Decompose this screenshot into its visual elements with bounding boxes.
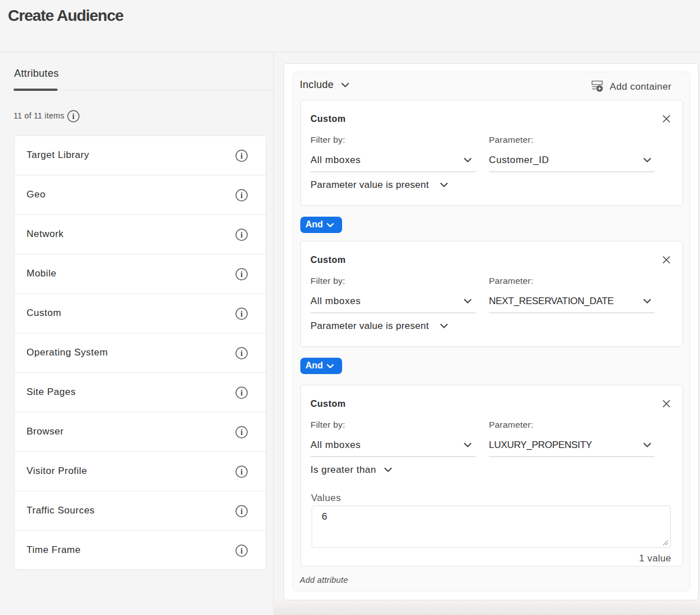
svg-text:i: i bbox=[240, 231, 243, 239]
svg-text:i: i bbox=[240, 389, 243, 397]
svg-text:i: i bbox=[240, 310, 243, 318]
svg-text:i: i bbox=[240, 507, 243, 516]
svg-text:i: i bbox=[240, 547, 243, 555]
svg-text:i: i bbox=[240, 349, 243, 358]
svg-text:i: i bbox=[240, 270, 243, 279]
svg-text:i: i bbox=[240, 191, 243, 200]
svg-text:i: i bbox=[240, 152, 243, 160]
svg-text:i: i bbox=[72, 112, 75, 121]
svg-text:i: i bbox=[240, 428, 243, 437]
svg-text:i: i bbox=[240, 468, 243, 476]
